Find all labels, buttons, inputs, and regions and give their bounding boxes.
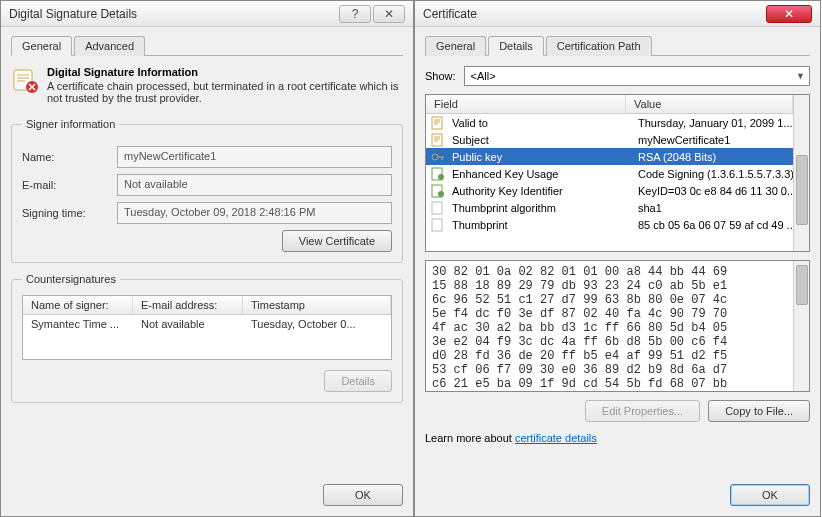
chevron-down-icon: ▼ [796,71,805,81]
tab-details[interactable]: Details [488,36,544,56]
signer-information-group: Signer information Name: myNewCertificat… [11,118,403,263]
field-value: 85 cb 05 6a 06 07 59 af cd 49 ... [630,219,793,231]
field-value: myNewCertificate1 [630,134,793,146]
tab-certification-path[interactable]: Certification Path [546,36,652,56]
ok-button-left[interactable]: OK [323,484,403,506]
svg-rect-3 [432,134,442,146]
col-timestamp[interactable]: Timestamp [243,296,391,314]
list-item[interactable]: Valid toThursday, January 01, 2099 1... [426,114,793,131]
col-email-address[interactable]: E-mail address: [133,296,243,314]
field-name: Public key [450,151,630,163]
field-name: Enhanced Key Usage [450,168,630,180]
signing-time-label: Signing time: [22,207,107,219]
list-item[interactable]: Thumbprint algorithmsha1 [426,199,793,216]
titlebar-right[interactable]: Certificate ✕ [415,1,820,27]
tabs-right: General Details Certification Path [425,35,810,56]
list-item[interactable]: Public keyRSA (2048 Bits) [426,148,793,165]
col-field[interactable]: Field [426,95,626,113]
field-name: Valid to [450,117,630,129]
titlebar-left[interactable]: Digital Signature Details ? ✕ [1,1,413,27]
scrollbar[interactable] [793,95,809,251]
field-name: Authority Key Identifier [450,185,630,197]
certificate-fields-list[interactable]: Field Value Valid toThursday, January 01… [425,94,810,252]
close-icon: ✕ [384,7,394,21]
signature-info-header: Digital Signature Information A certific… [11,66,403,104]
col-name-of-signer[interactable]: Name of signer: [23,296,133,314]
digital-signature-details-window: Digital Signature Details ? ✕ General Ad… [0,0,414,517]
svg-point-4 [432,154,438,160]
close-button[interactable]: ✕ [766,5,812,23]
list-item[interactable]: Authority Key IdentifierKeyID=03 0c e8 8… [426,182,793,199]
table-row[interactable]: Symantec Time ... Not available Tuesday,… [23,315,391,333]
list-item[interactable]: Enhanced Key UsageCode Signing (1.3.6.1.… [426,165,793,182]
show-label: Show: [425,70,456,82]
info-title: Digital Signature Information [47,66,403,78]
close-icon: ✕ [784,7,794,21]
extension-icon [430,167,446,181]
certificate-window: Certificate ✕ General Details Certificat… [414,0,821,517]
tabs-left: General Advanced [11,35,403,56]
certificate-details-link[interactable]: certificate details [515,432,597,444]
key-icon [430,150,446,164]
learn-more-row: Learn more about certificate details [425,432,810,444]
countersignatures-table[interactable]: Name of signer: E-mail address: Timestam… [22,295,392,360]
hex-detail-box[interactable]: 30 82 01 0a 02 82 01 01 00 a8 44 bb 44 6… [425,260,810,392]
window-title: Digital Signature Details [9,7,137,21]
copy-to-file-button[interactable]: Copy to File... [708,400,810,422]
field-value: Code Signing (1.3.6.1.5.5.7.3.3) [630,168,793,180]
field-name: Thumbprint [450,219,630,231]
col-value[interactable]: Value [626,95,793,113]
countersignatures-legend: Countersignatures [22,273,120,285]
document-icon [430,116,446,130]
signing-time-field: Tuesday, October 09, 2018 2:48:16 PM [117,202,392,224]
show-filter-value: <All> [471,70,496,82]
name-label: Name: [22,151,107,163]
svg-rect-9 [432,202,442,214]
scrollbar-thumb[interactable] [796,155,808,225]
scrollbar[interactable] [793,261,809,391]
hex-content: 30 82 01 0a 02 82 01 01 00 a8 44 bb 44 6… [426,261,793,391]
window-title: Certificate [423,7,477,21]
svg-rect-10 [432,219,442,231]
document-icon [430,133,446,147]
svg-point-6 [438,174,444,180]
tab-advanced[interactable]: Advanced [74,36,145,56]
tab-general[interactable]: General [425,36,486,56]
edit-properties-button: Edit Properties... [585,400,700,422]
countersignatures-group: Countersignatures Name of signer: E-mail… [11,273,403,403]
property-icon [430,201,446,215]
view-certificate-button[interactable]: View Certificate [282,230,392,252]
field-value: Thursday, January 01, 2099 1... [630,117,793,129]
show-filter-combo[interactable]: <All> ▼ [464,66,810,86]
field-value: sha1 [630,202,793,214]
property-icon [430,218,446,232]
list-item[interactable]: SubjectmyNewCertificate1 [426,131,793,148]
svg-point-8 [438,191,444,197]
svg-rect-2 [432,117,442,129]
email-field: Not available [117,174,392,196]
close-button[interactable]: ✕ [373,5,405,23]
certificate-error-icon [11,66,39,94]
ok-button-right[interactable]: OK [730,484,810,506]
scrollbar-thumb[interactable] [796,265,808,305]
list-item[interactable]: Thumbprint85 cb 05 6a 06 07 59 af cd 49 … [426,216,793,233]
details-button: Details [324,370,392,392]
field-value: RSA (2048 Bits) [630,151,793,163]
email-label: E-mail: [22,179,107,191]
tab-general[interactable]: General [11,36,72,56]
field-value: KeyID=03 0c e8 84 d6 11 30 0... [630,185,793,197]
extension-icon [430,184,446,198]
name-field: myNewCertificate1 [117,146,392,168]
field-name: Thumbprint algorithm [450,202,630,214]
help-button[interactable]: ? [339,5,371,23]
info-body: A certificate chain processed, but termi… [47,80,399,104]
field-name: Subject [450,134,630,146]
signer-legend: Signer information [22,118,119,130]
